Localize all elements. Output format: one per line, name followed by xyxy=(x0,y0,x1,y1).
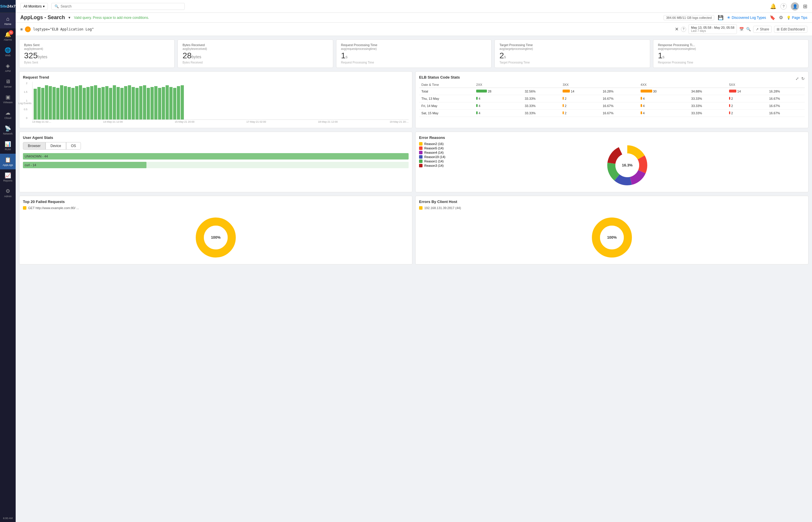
failed-label: GET http://www.example.com:80/ ... xyxy=(28,206,79,210)
elb-cell-3xx-pct: 16.67% xyxy=(600,102,638,109)
search-input[interactable] xyxy=(61,4,182,8)
error-legend-list: Reason2 (16) Reason5 (14) Reason4 (14) xyxy=(419,142,445,167)
x-label: 17-May-21 02:00 xyxy=(246,120,266,123)
bookmark-icon[interactable]: 🔖 xyxy=(770,15,775,20)
expand-icon[interactable]: ⤢ xyxy=(795,76,799,81)
bar-segment xyxy=(72,88,75,119)
edit-dashboard-btn[interactable]: ⊞ Edit Dashboard xyxy=(774,26,807,33)
sidebar-item-vmware[interactable]: ▣ VMware xyxy=(0,91,16,107)
stat-cards-row: Bytes Sent avg(bytessent) 325bytes Bytes… xyxy=(19,39,809,68)
last-row: Top 20 Failed Requests GET http://www.ex… xyxy=(19,196,809,264)
bar-segment xyxy=(49,86,52,119)
stat-card-bytes-received: Bytes Received avg(bytesreceived) 28byte… xyxy=(178,39,333,68)
help-icon[interactable]: ? xyxy=(780,3,787,9)
elb-cell-3xx-pct: 16.67% xyxy=(600,109,638,117)
query-expand-icon[interactable]: ≡ xyxy=(20,27,23,32)
sidebar-label-vmware: VMware xyxy=(3,101,13,104)
page-header-right: 384.66 MB/11 GB logs collected 💾 👁 Disco… xyxy=(664,15,807,20)
error-legend-donut: Reason2 (16) Reason5 (14) Reason4 (14) xyxy=(419,142,805,188)
sidebar-item-cloud[interactable]: ☁ Cloud xyxy=(0,107,16,122)
app-logo[interactable]: Site24x7 xyxy=(0,0,16,13)
request-time-value: 1s xyxy=(341,51,487,60)
page-title-dropdown[interactable]: ▾ xyxy=(68,15,70,20)
sidebar-item-applogs[interactable]: 📋 AppLogs xyxy=(0,154,16,169)
sidebar-item-alarms[interactable]: 🔔 31 Alarms xyxy=(0,28,16,44)
tab-os[interactable]: OS xyxy=(66,142,81,149)
elb-cell-date: Total xyxy=(419,88,474,95)
elb-cell-2xx-pct: 33.33% xyxy=(522,95,560,102)
elb-cell-4xx-bar: 30 xyxy=(638,88,689,95)
bar-chart-bars xyxy=(33,82,409,119)
bytes-received-unit: bytes xyxy=(192,55,201,59)
elb-cell-3xx-bar: 2 xyxy=(560,102,600,109)
user-agent-bar-curl: curl - 14 xyxy=(23,162,409,168)
tab-browser[interactable]: Browser xyxy=(23,142,45,149)
sidebar-item-admin[interactable]: ⚙ Admin xyxy=(0,185,16,201)
monitor-select[interactable]: All Monitors ▾ xyxy=(20,3,48,10)
share-btn[interactable]: ↗ Share xyxy=(753,26,772,33)
sidebar-item-reports[interactable]: 📈 Reports xyxy=(0,169,16,185)
bytes-received-label: Bytes Received xyxy=(182,61,328,64)
sidebar-item-apm[interactable]: ◈ APM xyxy=(0,60,16,75)
elb-cell-5xx-bar: 2 xyxy=(727,95,767,102)
query-text[interactable]: logtype="ELB Application Log" xyxy=(33,27,672,31)
sidebar-item-network[interactable]: 📡 Network xyxy=(0,122,16,138)
save-icon[interactable]: 💾 xyxy=(718,15,724,20)
notification-icon[interactable]: 🔔 xyxy=(770,3,776,9)
bytes-sent-value: 325bytes xyxy=(24,51,170,60)
logo-24x7: 24x7 xyxy=(7,4,15,8)
user-agent-bar-unknown: UNKNOWN - 44 xyxy=(23,153,409,160)
response-time-title: Response Processing Ti... xyxy=(658,43,804,47)
user-agent-bars: UNKNOWN - 44 curl - 14 xyxy=(23,153,409,168)
sidebar-item-rum[interactable]: 📊 RUM xyxy=(0,138,16,154)
sidebar-item-server[interactable]: 🖥 Server xyxy=(0,75,16,91)
query-help-icon[interactable]: ? xyxy=(681,27,686,32)
sidebar-item-web[interactable]: 🌐 Web xyxy=(0,44,16,60)
bar-segment xyxy=(162,87,165,119)
bar-segment xyxy=(102,87,105,119)
grid-apps-icon[interactable]: ⊞ xyxy=(803,3,807,9)
date-range-picker[interactable]: May 13, 05:58 - May 20, 05:58 Last 7 day… xyxy=(688,24,737,34)
calendar-icon[interactable]: 📅 xyxy=(739,27,744,31)
refresh-icon[interactable]: ↻ xyxy=(801,76,805,81)
tab-device[interactable]: Device xyxy=(45,142,66,149)
bar-segment xyxy=(64,86,67,119)
discovered-logs-btn[interactable]: 👁 Discovered Log Types xyxy=(727,16,766,20)
sidebar-item-home[interactable]: ⌂ Home xyxy=(0,13,16,28)
elb-cell-4xx-pct: 33.33% xyxy=(689,109,727,117)
search-container: 🔍 xyxy=(51,3,185,10)
response-time-unit: s xyxy=(662,55,664,59)
query-actions: ✕ ? May 13, 05:58 - May 20, 05:58 Last 7… xyxy=(675,24,807,34)
query-clear-icon[interactable]: ✕ xyxy=(675,26,678,32)
elb-cell-5xx-pct: 16.67% xyxy=(767,102,805,109)
target-time-formula: avg(targetprocessingtime) xyxy=(500,47,645,51)
x-label: 14-May-21 12:00 xyxy=(103,120,123,123)
bytes-sent-unit: bytes xyxy=(38,55,47,59)
bar-segment xyxy=(109,88,112,119)
bar-segment xyxy=(83,88,86,119)
stat-card-request-time: Request Processing Time avg(requestproce… xyxy=(336,39,491,68)
alarms-badge: 31 xyxy=(9,30,13,35)
content-area: Bytes Sent avg(bytessent) 325bytes Bytes… xyxy=(16,36,812,522)
failed-dot xyxy=(23,206,26,210)
settings-icon[interactable]: ⚙ xyxy=(779,15,783,20)
bar-segment xyxy=(131,87,135,119)
edit-dashboard-label: Edit Dashboard xyxy=(781,27,805,31)
bar-chart-container: Log Events 2 1.5 1 0.5 0 13-May-21 02:..… xyxy=(23,82,409,124)
elb-col-4xx: 4XX xyxy=(638,82,727,88)
curl-label: curl - 14 xyxy=(25,163,36,167)
elb-cell-2xx-bar: 4 xyxy=(474,109,522,117)
request-time-title: Request Processing Time xyxy=(341,43,487,47)
legend-reason1: Reason1 (14) xyxy=(419,160,445,163)
x-label: 18-May-21 12:00 xyxy=(318,120,338,123)
bar-segment xyxy=(158,88,161,119)
elb-col-5xx: 5XX xyxy=(727,82,805,88)
avatar[interactable]: 👤 xyxy=(791,2,799,11)
reason5-label: Reason5 (14) xyxy=(424,146,444,150)
elb-cell-2xx-pct: 33.33% xyxy=(522,109,560,117)
reason1-label: Reason1 (14) xyxy=(424,160,444,163)
error-reasons-panel: Error Reasons Reason2 (16) Reason5 (14) xyxy=(415,132,809,192)
query-search-icon[interactable]: 🔍 xyxy=(746,27,751,31)
page-title: AppLogs - Search xyxy=(20,15,65,21)
page-tips-btn[interactable]: 💡 Page Tips xyxy=(787,16,807,20)
